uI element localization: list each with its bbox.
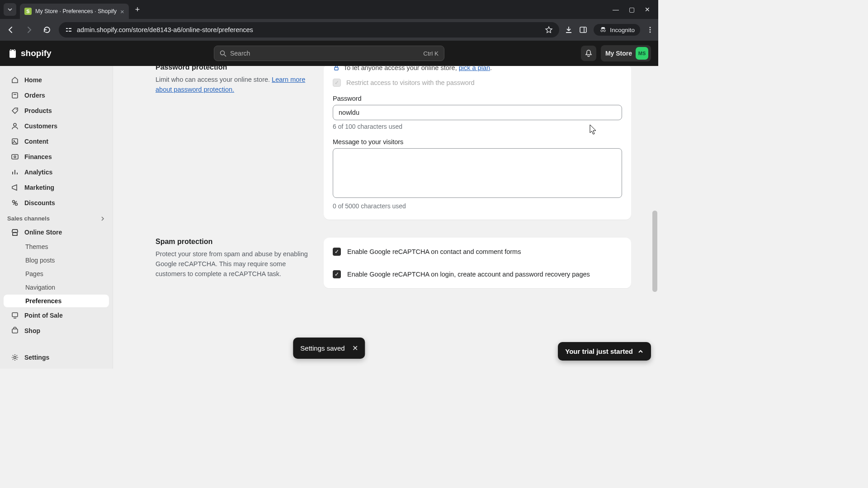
subnav-blog-posts[interactable]: Blog posts (4, 254, 109, 267)
nav-content[interactable]: Content (4, 134, 109, 149)
tab-search-button[interactable] (4, 3, 16, 16)
app-top-bar: shopify Search Ctrl K My Store MS (0, 41, 658, 66)
incognito-label: Incognito (610, 27, 635, 33)
chevron-up-icon (637, 348, 644, 355)
check-label: Enable Google reCAPTCHA on contact and c… (347, 248, 521, 255)
url-text: admin.shopify.com/store/de8143-a6/online… (77, 26, 540, 33)
nav-label: Analytics (24, 169, 52, 176)
bookmark-star-icon[interactable] (545, 26, 553, 34)
close-tab-icon[interactable]: × (120, 8, 124, 15)
desc-text: Limit who can access your online store. (156, 76, 272, 83)
admin-sidebar: Home Orders Products Customers Content F… (0, 66, 113, 369)
svg-rect-0 (66, 28, 68, 29)
bell-icon (585, 49, 593, 57)
spam-section-title: Spam protection (156, 238, 315, 246)
message-textarea[interactable] (333, 148, 622, 198)
browser-toolbar: admin.shopify.com/store/de8143-a6/online… (0, 19, 658, 41)
recaptcha-contact-checkbox[interactable]: ✓ Enable Google reCAPTCHA on contact and… (333, 246, 622, 258)
spam-card: ✓ Enable Google reCAPTCHA on contact and… (324, 238, 631, 288)
svg-line-12 (224, 55, 226, 56)
sales-channels-header: Sales channels (0, 211, 113, 225)
svg-rect-1 (66, 31, 68, 32)
spam-section-desc: Protect your store from spam and abuse b… (156, 249, 315, 279)
reload-button[interactable] (41, 23, 53, 36)
svg-point-15 (16, 109, 17, 110)
nav-customers[interactable]: Customers (4, 119, 109, 133)
svg-rect-4 (580, 27, 586, 33)
side-panel-icon[interactable] (579, 26, 587, 34)
nav-label: Customers (24, 122, 57, 130)
checkbox-checked-icon: ✓ (333, 248, 341, 256)
window-maximize-icon[interactable]: ▢ (629, 6, 635, 13)
settings-saved-toast: Settings saved ✕ (293, 338, 365, 359)
svg-rect-26 (12, 329, 18, 333)
incognito-badge[interactable]: Incognito (594, 24, 640, 36)
subnav-preferences[interactable]: Preferences (4, 295, 109, 307)
site-settings-icon[interactable] (65, 26, 72, 33)
scrollbar[interactable] (651, 66, 658, 369)
window-minimize-icon[interactable]: — (613, 6, 619, 13)
subnav-navigation[interactable]: Navigation (4, 281, 109, 294)
nav-point-of-sale[interactable]: Point of Sale (4, 308, 109, 323)
banner-suffix: . (490, 66, 492, 71)
svg-point-9 (650, 29, 651, 31)
password-label: Password (333, 95, 622, 102)
nav-settings[interactable]: Settings (4, 350, 109, 365)
banner-text: To let anyone access your online store, (344, 66, 459, 71)
svg-point-8 (650, 27, 651, 28)
password-card: To let anyone access your online store, … (324, 66, 631, 220)
address-bar[interactable]: admin.shopify.com/store/de8143-a6/online… (59, 22, 559, 38)
nav-home[interactable]: Home (4, 73, 109, 87)
section-header-label: Sales channels (7, 215, 50, 222)
window-close-icon[interactable]: ✕ (645, 6, 650, 13)
message-label: Message to your visitors (333, 138, 622, 145)
nav-orders[interactable]: Orders (4, 88, 109, 103)
nav-label: Marketing (24, 184, 54, 191)
forward-button[interactable] (23, 23, 35, 36)
nav-finances[interactable]: Finances (4, 150, 109, 164)
pick-plan-link[interactable]: pick a plan (459, 66, 490, 71)
notifications-button[interactable] (581, 46, 596, 61)
main-content: Password protection Limit who can access… (113, 66, 658, 369)
nav-shop[interactable]: Shop (4, 324, 109, 338)
restrict-label: Restrict access to visitors with the pas… (346, 79, 475, 86)
global-search[interactable]: Search Ctrl K (214, 46, 444, 61)
gear-icon (11, 353, 19, 361)
svg-point-20 (14, 156, 16, 158)
chrome-menu-icon[interactable] (646, 26, 654, 33)
subnav-pages[interactable]: Pages (4, 267, 109, 280)
pick-plan-banner: To let anyone access your online store, … (333, 66, 622, 74)
password-helper: 6 of 100 characters used (333, 123, 622, 130)
nav-analytics[interactable]: Analytics (4, 165, 109, 179)
nav-discounts[interactable]: Discounts (4, 196, 109, 210)
subnav-themes[interactable]: Themes (4, 240, 109, 253)
nav-online-store[interactable]: Online Store (4, 225, 109, 239)
svg-point-6 (601, 30, 603, 32)
new-tab-button[interactable]: + (132, 5, 143, 14)
svg-rect-13 (12, 93, 18, 98)
scrollbar-thumb[interactable] (652, 211, 657, 292)
password-section-desc: Limit who can access your online store. … (156, 75, 315, 95)
browser-tab[interactable]: S My Store · Preferences · Shopify × (20, 4, 129, 19)
toast-close-icon[interactable]: ✕ (352, 344, 358, 352)
downloads-icon[interactable] (565, 26, 573, 34)
chevron-right-icon[interactable] (100, 216, 105, 221)
trial-banner[interactable]: Your trial just started (558, 342, 651, 361)
shopify-logo[interactable]: shopify (7, 48, 52, 59)
lock-icon (333, 66, 340, 71)
subnav-label: Themes (25, 243, 48, 250)
store-switcher[interactable]: My Store MS (601, 45, 651, 61)
back-button[interactable] (5, 23, 17, 36)
nav-marketing[interactable]: Marketing (4, 180, 109, 195)
tab-title: My Store · Preferences · Shopify (35, 8, 117, 14)
nav-label: Content (24, 138, 48, 145)
recaptcha-login-checkbox[interactable]: ✓ Enable Google reCAPTCHA on login, crea… (333, 268, 622, 280)
checkbox-checked-icon: ✓ (333, 270, 341, 278)
svg-point-7 (604, 30, 605, 32)
nav-label: Products (24, 107, 52, 114)
nav-products[interactable]: Products (4, 103, 109, 118)
svg-point-11 (221, 51, 225, 55)
shopify-brand-text: shopify (21, 48, 52, 58)
toast-text: Settings saved (300, 344, 344, 352)
password-input[interactable] (333, 105, 622, 120)
